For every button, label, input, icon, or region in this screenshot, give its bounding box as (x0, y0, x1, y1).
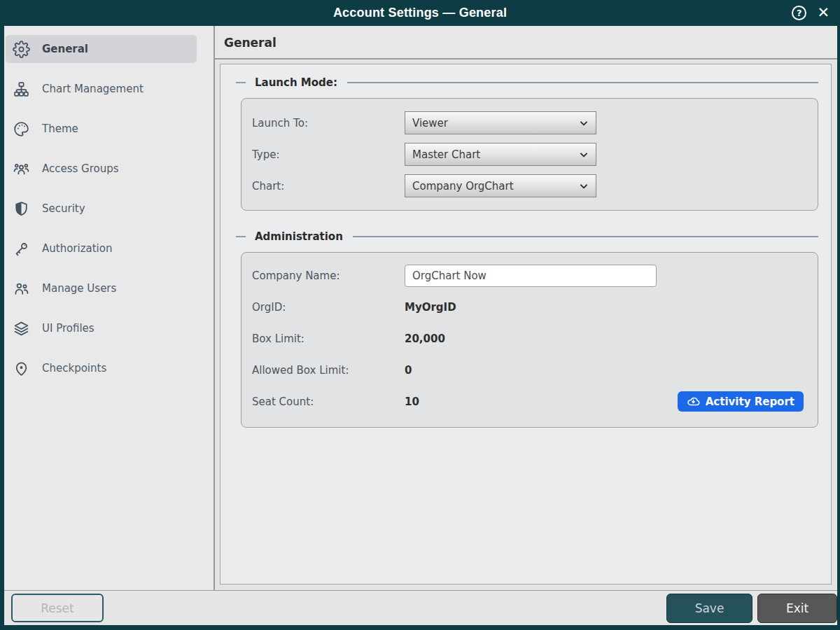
footer-bar: Reset Save Exit (4, 590, 837, 625)
launch-mode-legend: Launch Mode: (236, 76, 818, 89)
sidebar-item-label: Security (42, 202, 85, 215)
sidebar-item-manage-users[interactable]: Manage Users (6, 274, 197, 302)
legend-dash (236, 236, 246, 237)
legend-line (353, 236, 818, 237)
field-label: Type: (252, 148, 405, 161)
select-value: Master Chart (412, 148, 480, 161)
chart-select[interactable]: Company OrgChart (405, 174, 596, 197)
sidebar-item-label: Authorization (42, 242, 112, 255)
people-group-icon (12, 160, 30, 178)
select-value: Viewer (412, 117, 448, 130)
chevron-down-icon (578, 181, 589, 192)
legend-dash (236, 82, 246, 83)
account-settings-dialog: Account Settings — General ? ✕ General C… (0, 0, 840, 630)
sidebar: General Chart Management Theme Access Gr… (4, 26, 215, 590)
allowed-box-limit-value: 0 (405, 364, 412, 377)
select-value: Company OrgChart (412, 180, 514, 192)
legend-label: Launch Mode: (255, 76, 337, 89)
help-icon[interactable]: ? (792, 6, 806, 20)
general-panel: Launch Mode: Launch To: Viewer (220, 64, 832, 584)
activity-report-label: Activity Report (706, 396, 794, 408)
sidebar-item-label: Theme (42, 122, 78, 135)
launch-mode-group: Launch To: Viewer Type: Master Chart (241, 98, 818, 211)
field-label: OrgID: (252, 301, 405, 314)
close-icon[interactable]: ✕ (817, 6, 830, 20)
shield-icon (12, 200, 30, 218)
main-row: General Chart Management Theme Access Gr… (4, 26, 837, 590)
field-label: Box Limit: (252, 332, 405, 345)
content-area: General Launch Mode: Launch To: Viewer (215, 26, 837, 590)
type-row: Type: Master Chart (252, 139, 807, 170)
sidebar-item-theme[interactable]: Theme (6, 115, 197, 143)
sidebar-item-access-groups[interactable]: Access Groups (6, 155, 197, 183)
page-title: General (215, 26, 837, 59)
org-chart-icon (12, 80, 30, 98)
chart-row: Chart: Company OrgChart (252, 170, 807, 202)
sidebar-item-label: Access Groups (42, 162, 119, 175)
key-icon (12, 239, 30, 258)
chevron-down-icon (578, 149, 589, 160)
sidebar-item-ui-profiles[interactable]: UI Profiles (6, 314, 197, 342)
company-name-input[interactable] (405, 265, 657, 287)
box-limit-value: 20,000 (405, 332, 445, 345)
sidebar-item-label: Chart Management (42, 83, 144, 95)
seat-count-row: Seat Count: 10 Activity Report (252, 386, 807, 417)
sidebar-item-label: UI Profiles (42, 322, 94, 335)
map-pin-icon (12, 359, 30, 377)
sidebar-item-authorization[interactable]: Authorization (6, 234, 197, 262)
seat-count-value: 10 (405, 396, 419, 408)
allowed-box-limit-row: Allowed Box Limit: 0 (252, 354, 807, 386)
two-users-icon (12, 279, 30, 298)
exit-button[interactable]: Exit (757, 594, 837, 623)
field-label: Chart: (252, 180, 405, 192)
legend-label: Administration (255, 230, 343, 243)
sidebar-item-label: Manage Users (42, 282, 116, 295)
sidebar-item-checkpoints[interactable]: Checkpoints (6, 354, 197, 382)
field-label: Company Name: (252, 270, 405, 282)
orgid-value: MyOrgID (405, 301, 456, 314)
launch-to-row: Launch To: Viewer (252, 107, 807, 139)
legend-line (347, 82, 818, 83)
activity-report-button[interactable]: Activity Report (678, 391, 804, 412)
orgid-row: OrgID: MyOrgID (252, 291, 807, 323)
save-button[interactable]: Save (666, 594, 752, 623)
dialog-title: Account Settings — General (333, 6, 507, 20)
field-label: Launch To: (252, 117, 405, 130)
type-select[interactable]: Master Chart (405, 143, 596, 166)
gear-icon (12, 40, 30, 58)
chevron-down-icon (578, 118, 589, 129)
sidebar-item-general[interactable]: General (6, 35, 197, 63)
sidebar-item-chart-management[interactable]: Chart Management (6, 75, 197, 103)
layers-icon (12, 319, 30, 337)
administration-group: Company Name: OrgID: MyOrgID Box Limit: … (241, 252, 818, 428)
palette-icon (12, 120, 30, 138)
title-bar: Account Settings — General ? ✕ (0, 0, 840, 26)
box-limit-row: Box Limit: 20,000 (252, 323, 807, 354)
sidebar-item-label: Checkpoints (42, 362, 106, 374)
sidebar-item-label: General (42, 43, 88, 55)
title-bar-actions: ? ✕ (792, 0, 830, 26)
administration-legend: Administration (236, 230, 818, 243)
reset-button[interactable]: Reset (11, 594, 104, 622)
field-label: Seat Count: (252, 396, 405, 408)
launch-to-select[interactable]: Viewer (405, 111, 596, 134)
company-name-row: Company Name: (252, 260, 807, 291)
field-label: Allowed Box Limit: (252, 364, 405, 377)
cloud-download-icon (687, 395, 700, 408)
sidebar-item-security[interactable]: Security (6, 195, 197, 223)
